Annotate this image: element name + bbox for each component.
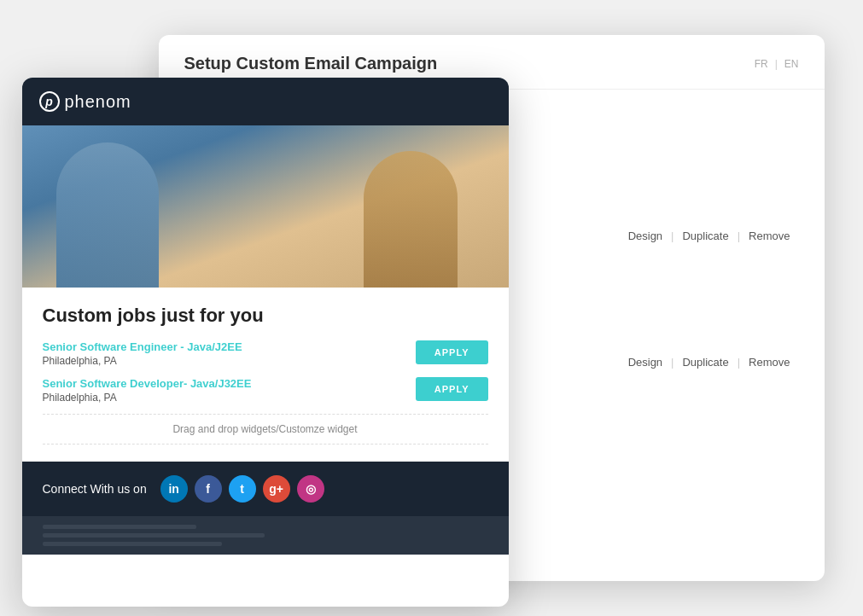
bottom-line-1 (43, 525, 196, 529)
design-btn-1[interactable]: Design (620, 228, 671, 244)
phenom-logo: phenom (39, 91, 131, 112)
email-template-preview: phenom Custom jobs just for you Senior S… (22, 78, 509, 607)
job-info-2: Senior Software Developer- Java/J32EE Ph… (43, 377, 252, 404)
job-info-1: Senior Software Engineer - Java/J2EE Phi… (43, 340, 242, 367)
lang-fr[interactable]: FR (755, 58, 768, 70)
language-switcher: FR | EN (755, 58, 799, 70)
job-title-1[interactable]: Senior Software Engineer - Java/J2EE (43, 340, 242, 353)
template-header: phenom (22, 78, 509, 125)
panel-title: Setup Custom Email Campaign (184, 54, 438, 73)
hero-person-right (364, 151, 458, 288)
scene: Setup Custom Email Campaign FR | EN ⧗ 3 … (22, 18, 842, 598)
twitter-icon[interactable]: t (229, 475, 256, 503)
drag-drop-hint: Drag and drop widgets/Customze widget (43, 414, 488, 445)
bottom-line-3 (43, 542, 222, 546)
facebook-icon[interactable]: f (195, 475, 222, 503)
phenom-name: phenom (65, 92, 131, 112)
remove-btn-2[interactable]: Remove (740, 354, 798, 370)
phenom-p-icon (39, 91, 60, 112)
duplicate-btn-1[interactable]: Duplicate (673, 228, 737, 244)
googleplus-icon[interactable]: g+ (263, 475, 290, 503)
email-1-actions: Design | Duplicate | Remove (620, 228, 799, 244)
template-bottom (22, 516, 509, 555)
template-footer: Connect With us on in f t g+ ◎ (22, 462, 509, 516)
template-body: Custom jobs just for you Senior Software… (22, 288, 509, 462)
lang-en[interactable]: EN (784, 58, 799, 70)
linkedin-icon[interactable]: in (160, 475, 188, 503)
social-icons: in f t g+ ◎ (160, 475, 324, 503)
email-2-actions: Design | Duplicate | Remove (620, 354, 799, 370)
design-btn-2[interactable]: Design (620, 354, 671, 370)
hero-person-left (56, 142, 159, 288)
hero-image (22, 125, 509, 288)
bottom-line-2 (43, 533, 265, 538)
job-title-2[interactable]: Senior Software Developer- Java/J32EE (43, 377, 252, 390)
tagline: Custom jobs just for you (43, 305, 488, 327)
job-item-1: Senior Software Engineer - Java/J2EE Phi… (43, 340, 488, 367)
instagram-icon[interactable]: ◎ (297, 475, 324, 503)
job-item-2: Senior Software Developer- Java/J32EE Ph… (43, 377, 488, 404)
apply-btn-1[interactable]: APPLY (416, 340, 488, 364)
connect-text: Connect With us on (43, 482, 147, 496)
job-location-2: Philadelphia, PA (43, 392, 252, 404)
apply-btn-2[interactable]: APPLY (416, 377, 488, 401)
job-location-1: Philadelphia, PA (43, 355, 242, 367)
duplicate-btn-2[interactable]: Duplicate (673, 354, 737, 370)
lang-sep: | (775, 58, 778, 70)
remove-btn-1[interactable]: Remove (740, 228, 798, 244)
